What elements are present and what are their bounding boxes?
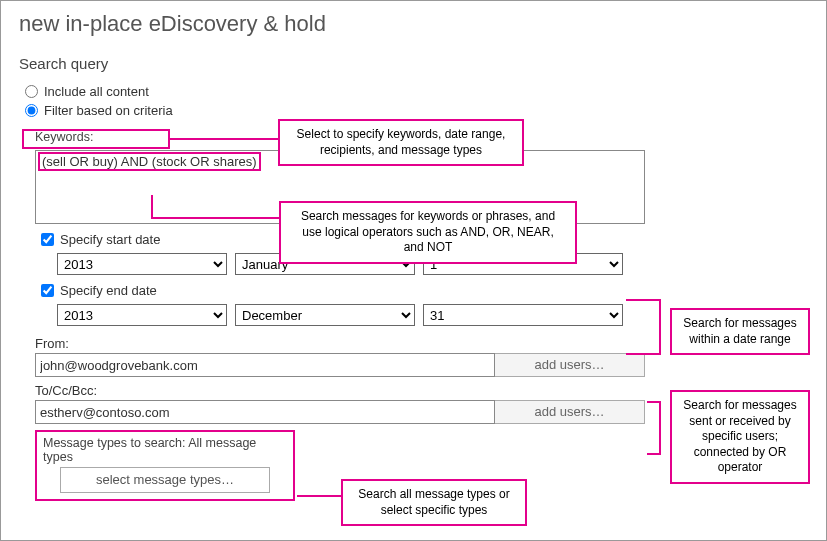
radio-filter-criteria-label: Filter based on criteria <box>44 103 173 118</box>
select-end-month[interactable]: December <box>235 304 415 326</box>
add-users-to-button[interactable]: add users… <box>495 400 645 424</box>
leader-date-top-h <box>626 299 661 301</box>
radio-include-all[interactable] <box>25 85 38 98</box>
radio-filter-criteria[interactable] <box>25 104 38 117</box>
leader-date-bot-h <box>626 353 661 355</box>
start-date-label: Specify start date <box>60 232 160 247</box>
checkbox-end-date[interactable] <box>41 284 54 297</box>
add-users-from-button[interactable]: add users… <box>495 353 645 377</box>
callout-criteria: Select to specify keywords, date range, … <box>278 119 524 166</box>
keywords-value: (sell OR buy) AND (stock OR shares) <box>38 152 261 171</box>
select-start-year[interactable]: 2013 <box>57 253 227 275</box>
from-input[interactable] <box>35 353 495 377</box>
leader-keywords-h <box>151 217 279 219</box>
end-date-label: Specify end date <box>60 283 157 298</box>
callout-daterange: Search for messages within a date range <box>670 308 810 355</box>
leader-keywords-v <box>151 195 153 217</box>
section-heading: Search query <box>1 43 826 82</box>
leader-date-v <box>659 299 661 355</box>
select-end-day[interactable]: 31 <box>423 304 623 326</box>
message-types-section: Message types to search: All message typ… <box>35 430 295 501</box>
select-end-year[interactable]: 2013 <box>57 304 227 326</box>
checkbox-start-date[interactable] <box>41 233 54 246</box>
callout-users: Search for messages sent or received by … <box>670 390 810 484</box>
callout-msgtypes: Search all message types or select speci… <box>341 479 527 526</box>
leader-user-v <box>659 401 661 455</box>
radio-include-all-label: Include all content <box>44 84 149 99</box>
message-types-label: Message types to search: All message typ… <box>43 436 287 467</box>
callout-keywords: Search messages for keywords or phrases,… <box>279 201 577 264</box>
leader-criteria <box>170 138 278 140</box>
to-input[interactable] <box>35 400 495 424</box>
page-title: new in-place eDiscovery & hold <box>1 1 826 43</box>
select-message-types-button[interactable]: select message types… <box>60 467 270 493</box>
leader-msgtypes <box>297 495 341 497</box>
